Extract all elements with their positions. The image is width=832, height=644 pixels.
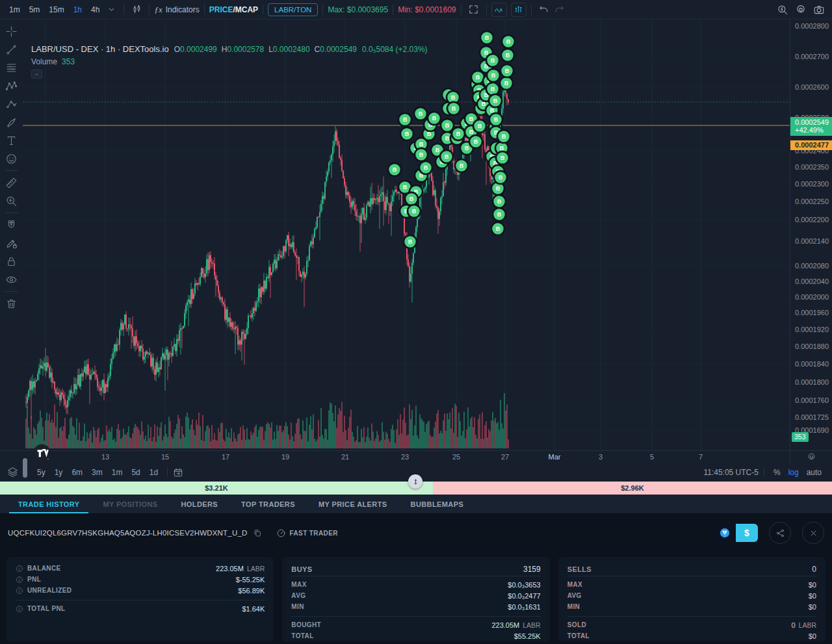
timeframe-15m[interactable]: 15m	[45, 3, 68, 16]
svg-text:B: B	[497, 198, 502, 205]
go-to-date-button[interactable]	[173, 467, 183, 478]
pair-toggle-button[interactable]: LABR/TON	[268, 3, 318, 16]
candle-style-button[interactable]	[129, 3, 144, 17]
tool-xabcd[interactable]	[3, 77, 21, 95]
legend-collapse-button[interactable]	[31, 70, 42, 79]
timeframe-4h[interactable]: 4h	[87, 3, 103, 16]
snapshot-button[interactable]	[811, 3, 827, 17]
auto-scale-button[interactable]: auto	[803, 467, 826, 478]
timeframe-1m[interactable]: 1m	[5, 3, 24, 16]
timeframe-1h[interactable]: 1h	[70, 3, 86, 16]
price-axis[interactable]: 0.0002549 +42.49% 0.0002477 353 0.000280…	[790, 19, 832, 450]
stat-value: 3159	[523, 565, 541, 574]
tool-lock[interactable]	[3, 252, 21, 270]
info-icon[interactable]	[16, 576, 23, 584]
tab-holders[interactable]: HOLDERS	[170, 495, 230, 513]
tool-trend[interactable]	[3, 40, 21, 58]
svg-text:B: B	[445, 122, 450, 129]
quick-search-button[interactable]	[775, 3, 790, 17]
tool-zoom[interactable]	[3, 192, 21, 210]
time-tick: 3	[599, 453, 603, 461]
chart-settings-button[interactable]	[793, 3, 809, 17]
trader-row: UQCFKUI2QL6GRV7HSKGHAQ5AQOZJ-LH0ICSEV2HW…	[0, 514, 832, 552]
svg-text:B: B	[491, 72, 496, 79]
tool-magnet[interactable]	[3, 216, 21, 234]
wave-chart-icon	[493, 4, 504, 15]
range-1d[interactable]: 1d	[146, 467, 162, 478]
gear-icon[interactable]	[807, 452, 816, 462]
divider	[322, 5, 323, 15]
time-tick: 19	[281, 453, 289, 461]
range-group: 5y1y6m3m1m5d1d	[33, 467, 162, 478]
redo-button[interactable]	[552, 3, 567, 17]
tool-fib[interactable]	[3, 58, 21, 77]
stat-value: $-55.25K	[236, 576, 265, 584]
svg-text:B: B	[496, 225, 500, 232]
copy-address-button[interactable]	[253, 528, 262, 537]
stat-label: SELLS	[567, 565, 592, 573]
tool-brush[interactable]	[3, 113, 21, 131]
close-button[interactable]	[802, 522, 824, 544]
tab-my-price-alerts[interactable]: MY PRICE ALERTS	[307, 495, 399, 513]
ton-currency-option[interactable]	[714, 524, 736, 542]
usd-currency-option[interactable]: $	[736, 524, 758, 542]
price-tick: 0.0002800	[795, 22, 829, 30]
tool-trash[interactable]	[3, 294, 21, 313]
range-1m[interactable]: 1m	[108, 467, 127, 478]
tool-emoji[interactable]	[3, 149, 21, 168]
tool-eye[interactable]	[3, 270, 21, 289]
max-price-stat: Max: $0.0003695	[328, 5, 388, 14]
range-6m[interactable]: 6m	[68, 467, 86, 478]
time-tick: 15	[161, 453, 169, 461]
time-axis[interactable]: 111315171921232527Mar357	[0, 450, 832, 463]
svg-text:B: B	[491, 57, 495, 64]
time-tick: 21	[341, 453, 349, 461]
share-button[interactable]	[769, 522, 791, 544]
info-icon[interactable]	[16, 565, 23, 573]
range-1y[interactable]: 1y	[51, 467, 67, 478]
info-icon[interactable]	[16, 587, 23, 595]
stat-value-wrap: $-55.25K	[236, 576, 265, 584]
log-scale-button[interactable]: log	[785, 467, 803, 478]
time-tick: 17	[222, 453, 229, 461]
range-3m[interactable]: 3m	[88, 467, 107, 478]
currency-toggle[interactable]: $	[714, 524, 758, 542]
info-icon[interactable]	[16, 605, 23, 613]
volume-chart-view-button[interactable]	[511, 3, 526, 17]
undo-button[interactable]	[536, 3, 552, 17]
svg-text:B: B	[465, 145, 469, 151]
svg-text:B: B	[403, 184, 408, 190]
indicators-button[interactable]: ƒx Indicators	[154, 5, 199, 15]
price-tick: 0.0001960	[795, 309, 829, 316]
range-5y[interactable]: 5y	[33, 467, 49, 478]
tool-crosshair[interactable]	[3, 22, 21, 40]
tab-top-traders[interactable]: TOP TRADERS	[229, 495, 307, 513]
percent-scale-button[interactable]: %	[770, 467, 785, 478]
tool-pencil-lock[interactable]	[3, 234, 21, 252]
stat-label: UNREALIZED	[16, 587, 72, 595]
divider	[16, 600, 265, 600]
pane-resize-handle[interactable]	[408, 474, 422, 489]
fullscreen-button[interactable]	[466, 3, 482, 17]
timeframe-5m[interactable]: 5m	[25, 3, 44, 16]
price-mcap-toggle[interactable]: PRICE/MCAP	[209, 5, 258, 14]
tradingview-logo[interactable]	[33, 444, 51, 461]
price-chart[interactable]: BBBBBBBBBBBBBBBBBBBBBBBBBBBBBBBBBBBBBBBB…	[23, 19, 790, 450]
tab-bubblemaps[interactable]: BUBBLEMAPS	[399, 495, 476, 513]
price-chart-view-button[interactable]	[491, 3, 507, 17]
range-5d[interactable]: 5d	[127, 467, 144, 478]
camera-icon	[813, 4, 825, 16]
divider	[204, 5, 205, 15]
tool-text[interactable]	[3, 131, 21, 149]
tab-my-positions[interactable]: MY POSITIONS	[91, 495, 169, 513]
tool-forecast[interactable]	[3, 95, 21, 113]
stat-row: TOTAL$0	[567, 630, 816, 641]
svg-text:B: B	[485, 34, 489, 41]
timeframe-menu-button[interactable]	[103, 3, 119, 17]
svg-text:B: B	[496, 185, 500, 192]
pane-scroll-handle[interactable]	[23, 458, 27, 478]
tab-trade-history[interactable]: TRADE HISTORY	[6, 495, 91, 513]
stat-value: $56.89K	[238, 587, 265, 595]
object-tree-button[interactable]	[6, 466, 19, 478]
tool-ruler[interactable]	[3, 174, 21, 192]
